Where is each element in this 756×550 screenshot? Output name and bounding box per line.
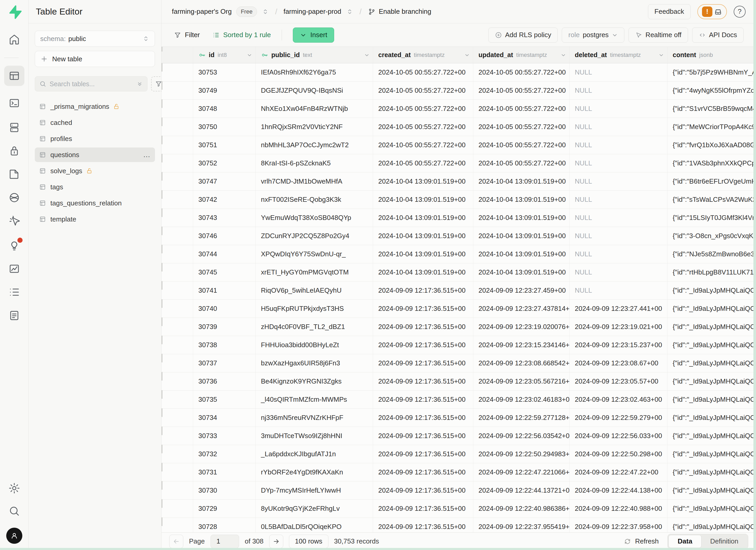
page-number-input[interactable] — [211, 535, 239, 548]
feedback-button[interactable]: Feedback — [648, 4, 691, 19]
project-selector-icon[interactable] — [346, 8, 353, 15]
schema-select[interactable]: schema: public — [35, 31, 155, 47]
cell-updated_at[interactable]: 2024-09-09 12:22:56.03542+00 — [473, 427, 570, 445]
table-menu-icon[interactable]: … — [143, 151, 151, 159]
org-name[interactable]: farming-paper's Org — [172, 8, 232, 16]
cell-content[interactable]: {"id":"sTsWaLCPsVA2WuK2 — [667, 191, 756, 209]
supabase-logo-icon[interactable] — [6, 4, 22, 20]
select-all-checkbox[interactable] — [161, 47, 163, 52]
cell-content[interactable]: {"id":"_Id9aLyJpMHQLaiQC — [667, 300, 756, 318]
cell-public_id[interactable]: _l40sQIRTmMZfcm-MWMPs — [256, 391, 373, 408]
cell-id[interactable]: 30746 — [193, 227, 256, 245]
sql-editor-icon[interactable] — [8, 97, 21, 109]
cell-public_id[interactable]: NhXEo1Xw04FnB4RzWTNjb — [256, 100, 373, 118]
cell-deleted_at[interactable]: NULL — [570, 100, 667, 118]
row-checkbox[interactable] — [161, 354, 163, 363]
cell-id[interactable]: 30733 — [193, 427, 256, 445]
cell-public_id[interactable]: H5uqFKpRUTPkjxdysT3HS — [256, 300, 373, 318]
row-checkbox[interactable] — [161, 263, 163, 272]
row-checkbox[interactable] — [161, 372, 163, 381]
cell-created_at[interactable]: 2024-10-05 00:55:27.722+00 — [373, 118, 473, 136]
avatar[interactable] — [6, 528, 22, 544]
cell-content[interactable]: {"id":"5b7j5Pz9WHBNmY_A — [667, 63, 756, 81]
sidebar-table-tags_questions_relation[interactable]: tags_questions_relation — [35, 196, 155, 210]
cell-deleted_at[interactable]: 2024-09-09 12:22:37.958+00 — [570, 518, 667, 532]
row-checkbox[interactable] — [161, 81, 163, 90]
row-checkbox[interactable] — [161, 172, 163, 181]
row-checkbox[interactable] — [161, 390, 163, 399]
cell-created_at[interactable]: 2024-09-09 12:17:36.515+00 — [373, 281, 473, 299]
table-editor-icon[interactable] — [4, 66, 24, 86]
auth-icon[interactable] — [8, 145, 21, 157]
cell-public_id[interactable]: IEfA0sRh9hIXf62Y6ga75 — [256, 63, 373, 81]
column-menu-icon[interactable] — [246, 52, 253, 58]
cell-content[interactable]: {"id":"B6tr6eEFLrOVgeUmH — [667, 172, 756, 190]
rows-per-page-button[interactable]: 100 rows — [289, 535, 328, 548]
cell-content[interactable]: {"id":"_Id9aLyJpMHQLaiQC — [667, 318, 756, 336]
cell-deleted_at[interactable]: NULL — [570, 154, 667, 172]
horizontal-scrollbar[interactable] — [0, 548, 756, 550]
cell-updated_at[interactable]: 2024-10-04 13:09:01.519+00 — [473, 172, 570, 190]
row-checkbox[interactable] — [161, 136, 163, 144]
row-checkbox[interactable] — [161, 499, 163, 508]
cell-id[interactable]: 30732 — [193, 445, 256, 463]
cell-updated_at[interactable]: 2024-10-05 00:55:27.722+00 — [473, 154, 570, 172]
row-checkbox[interactable] — [161, 154, 163, 163]
cell-deleted_at[interactable]: NULL — [570, 136, 667, 154]
cell-public_id[interactable]: YwEmuWdqT38XoSB048QYp — [256, 209, 373, 227]
cell-id[interactable]: 30744 — [193, 245, 256, 263]
cell-deleted_at[interactable]: 2024-09-09 12:22:47.22+00 — [570, 463, 667, 481]
cell-id[interactable]: 30752 — [193, 154, 256, 172]
search-icon[interactable] — [8, 505, 21, 517]
row-checkbox[interactable] — [161, 517, 163, 526]
cell-id[interactable]: 30729 — [193, 500, 256, 518]
logs-icon[interactable] — [8, 286, 21, 298]
column-header-deleted_at[interactable]: deleted_attimestamptz — [570, 47, 667, 63]
cell-public_id[interactable]: vrlh7CMD-JtM1bOweMHfA — [256, 172, 373, 190]
cell-public_id[interactable]: 3muDHTceTWso9IZj8hHNI — [256, 427, 373, 445]
row-checkbox[interactable] — [161, 117, 163, 126]
cell-updated_at[interactable]: 2024-09-09 12:22:47.221066+00 — [473, 463, 570, 481]
project-name[interactable]: farming-paper-prod — [283, 8, 341, 16]
cell-deleted_at[interactable]: NULL — [570, 263, 667, 281]
cell-created_at[interactable]: 2024-09-09 12:17:36.515+00 — [373, 463, 473, 481]
row-checkbox[interactable] — [161, 408, 163, 417]
prev-page-button[interactable] — [169, 535, 183, 548]
cell-id[interactable]: 30750 — [193, 118, 256, 136]
cell-deleted_at[interactable]: NULL — [570, 118, 667, 136]
advisors-icon[interactable] — [8, 239, 21, 252]
cell-public_id[interactable]: nbMhHL3AP7OcCJymc2wT2 — [256, 136, 373, 154]
column-header-updated_at[interactable]: updated_attimestamptz — [473, 47, 570, 63]
cell-updated_at[interactable]: 2024-09-09 12:23:19.020076+00 — [473, 318, 570, 336]
cell-updated_at[interactable]: 2024-09-09 12:23:05.567216+00 — [473, 372, 570, 390]
cell-created_at[interactable]: 2024-10-05 00:55:27.722+00 — [373, 154, 473, 172]
cell-content[interactable]: {"id":"15LSIyT0JGMf3Kl4Vn — [667, 209, 756, 227]
cell-created_at[interactable]: 2024-10-05 00:55:27.722+00 — [373, 100, 473, 118]
column-menu-icon[interactable] — [560, 52, 567, 58]
cell-content[interactable]: {"id":"_Id9aLyJpMHQLaiQC — [667, 372, 756, 390]
cell-deleted_at[interactable]: NULL — [570, 209, 667, 227]
cell-id[interactable]: 30738 — [193, 336, 256, 354]
cell-created_at[interactable]: 2024-10-05 00:55:27.722+00 — [373, 136, 473, 154]
cell-updated_at[interactable]: 2024-09-09 12:22:40.986386+00 — [473, 500, 570, 518]
docs-icon[interactable] — [8, 309, 21, 322]
cell-content[interactable]: {"id":"MeWCriorTPopA4Kc9 — [667, 118, 756, 136]
cell-content[interactable]: {"id":"rtHbLpgB8V11LUK7152 — [667, 263, 756, 281]
cell-id[interactable]: 30740 — [193, 300, 256, 318]
cell-updated_at[interactable]: 2024-10-04 13:09:01.519+00 — [473, 209, 570, 227]
row-checkbox[interactable] — [161, 208, 163, 217]
cell-created_at[interactable]: 2024-09-09 12:17:36.515+00 — [373, 300, 473, 318]
cell-deleted_at[interactable]: NULL — [570, 172, 667, 190]
column-header-content[interactable]: contentjsonb — [667, 47, 756, 63]
cell-updated_at[interactable]: 2024-10-04 13:09:01.519+00 — [473, 263, 570, 281]
cell-public_id[interactable]: 0L5BAfDaLDl5rQOiqeKPO — [256, 518, 373, 532]
cell-updated_at[interactable]: 2024-10-04 13:09:01.519+00 — [473, 227, 570, 245]
cell-content[interactable]: {"id":"_Id9aLyJpMHQLaiQC — [667, 281, 756, 299]
cell-deleted_at[interactable]: NULL — [570, 191, 667, 209]
cell-deleted_at[interactable]: 2024-09-09 12:23:15.237+00 — [570, 336, 667, 354]
cell-public_id[interactable]: ZDCunRYJP2CQ5Z8Po2Gy4 — [256, 227, 373, 245]
cell-created_at[interactable]: 2024-10-04 13:09:01.519+00 — [373, 209, 473, 227]
help-button[interactable]: ? — [734, 6, 746, 18]
cell-content[interactable]: {"id":"NJe5s8ZmBwnoB6e3s — [667, 245, 756, 263]
cell-id[interactable]: 30742 — [193, 191, 256, 209]
